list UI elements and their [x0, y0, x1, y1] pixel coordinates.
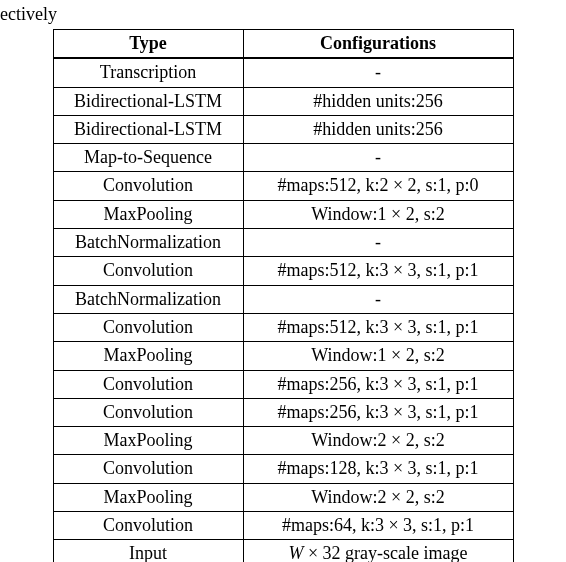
table-row: BatchNormalization- — [53, 285, 513, 313]
cell-configurations: W × 32 gray-scale image — [243, 540, 513, 562]
cell-configurations: - — [243, 229, 513, 257]
cell-configurations: - — [243, 285, 513, 313]
cell-configurations: #maps:64, k:3 × 3, s:1, p:1 — [243, 512, 513, 540]
cell-type: Map-to-Sequence — [53, 144, 243, 172]
table-row: Transcription- — [53, 58, 513, 87]
cell-configurations: #maps:512, k:3 × 3, s:1, p:1 — [243, 257, 513, 285]
cell-configurations: Window:1 × 2, s:2 — [243, 342, 513, 370]
cell-configurations: #maps:512, k:2 × 2, s:1, p:0 — [243, 172, 513, 200]
lead-text-fragment: ectively — [0, 0, 566, 27]
cell-type: Convolution — [53, 398, 243, 426]
table-row: MaxPoolingWindow:1 × 2, s:2 — [53, 342, 513, 370]
cell-configurations: - — [243, 58, 513, 87]
table-header-row: Type Configurations — [53, 30, 513, 59]
table-row: Convolution#maps:256, k:3 × 3, s:1, p:1 — [53, 398, 513, 426]
table-row: MaxPoolingWindow:1 × 2, s:2 — [53, 200, 513, 228]
cell-type: Transcription — [53, 58, 243, 87]
table-row: Bidirectional-LSTM#hidden units:256 — [53, 115, 513, 143]
cell-type: Convolution — [53, 257, 243, 285]
cell-type: Convolution — [53, 370, 243, 398]
cell-configurations: Window:1 × 2, s:2 — [243, 200, 513, 228]
table-row: Convolution#maps:512, k:3 × 3, s:1, p:1 — [53, 313, 513, 341]
cell-type: Convolution — [53, 313, 243, 341]
table-row: MaxPoolingWindow:2 × 2, s:2 — [53, 483, 513, 511]
table-row: InputW × 32 gray-scale image — [53, 540, 513, 562]
cell-configurations: #maps:256, k:3 × 3, s:1, p:1 — [243, 398, 513, 426]
table-container: Type Configurations Transcription-Bidire… — [0, 27, 566, 562]
table-row: Convolution#maps:256, k:3 × 3, s:1, p:1 — [53, 370, 513, 398]
cell-configurations: #hidden units:256 — [243, 87, 513, 115]
cell-type: Bidirectional-LSTM — [53, 115, 243, 143]
table-row: MaxPoolingWindow:2 × 2, s:2 — [53, 427, 513, 455]
cell-configurations: #hidden units:256 — [243, 115, 513, 143]
cell-configurations: #maps:256, k:3 × 3, s:1, p:1 — [243, 370, 513, 398]
table-row: Convolution#maps:512, k:3 × 3, s:1, p:1 — [53, 257, 513, 285]
cell-type: MaxPooling — [53, 342, 243, 370]
cell-configurations: Window:2 × 2, s:2 — [243, 427, 513, 455]
table-row: Convolution#maps:512, k:2 × 2, s:1, p:0 — [53, 172, 513, 200]
header-type: Type — [53, 30, 243, 59]
cell-type: MaxPooling — [53, 427, 243, 455]
config-table: Type Configurations Transcription-Bidire… — [53, 29, 514, 562]
table-row: Bidirectional-LSTM#hidden units:256 — [53, 87, 513, 115]
cell-configurations: - — [243, 144, 513, 172]
cell-type: BatchNormalization — [53, 285, 243, 313]
cell-type: MaxPooling — [53, 200, 243, 228]
table-row: Map-to-Sequence- — [53, 144, 513, 172]
cell-configurations: #maps:128, k:3 × 3, s:1, p:1 — [243, 455, 513, 483]
table-row: Convolution#maps:64, k:3 × 3, s:1, p:1 — [53, 512, 513, 540]
cell-type: Convolution — [53, 172, 243, 200]
table-row: BatchNormalization- — [53, 229, 513, 257]
cell-configurations: #maps:512, k:3 × 3, s:1, p:1 — [243, 313, 513, 341]
cell-type: Convolution — [53, 455, 243, 483]
cell-type: MaxPooling — [53, 483, 243, 511]
cell-type: Convolution — [53, 512, 243, 540]
cell-type: Bidirectional-LSTM — [53, 87, 243, 115]
table-row: Convolution#maps:128, k:3 × 3, s:1, p:1 — [53, 455, 513, 483]
cell-configurations: Window:2 × 2, s:2 — [243, 483, 513, 511]
cell-type: Input — [53, 540, 243, 562]
header-configurations: Configurations — [243, 30, 513, 59]
cell-type: BatchNormalization — [53, 229, 243, 257]
